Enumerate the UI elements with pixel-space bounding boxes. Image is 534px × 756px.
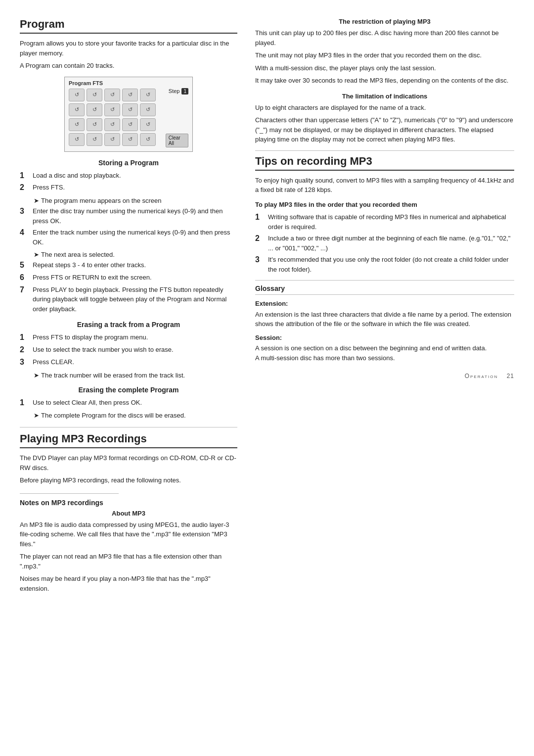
fts-cell: ↺ xyxy=(140,118,156,131)
storing-note-2: ➤ The program menu appears on the screen xyxy=(34,197,237,204)
fts-cell: ↺ xyxy=(69,118,85,131)
section-divider-2 xyxy=(20,493,119,494)
erasing-step-3-text: Press CLEAR. xyxy=(33,357,237,367)
storing-title: Storing a Program xyxy=(20,159,237,167)
tips-step-1: 1 Writing software that is capable of re… xyxy=(255,212,514,232)
storing-step-6-text: Press FTS or RETURN to exit the screen. xyxy=(33,273,237,283)
erasing-step-3: 3 Press CLEAR. xyxy=(20,357,237,368)
erasing-complete-note-text: The complete Program for the discs will … xyxy=(41,412,186,419)
erasing-step-2: 2 Use to select the track number you wis… xyxy=(20,345,237,355)
storing-step-1-text: Load a disc and stop playback. xyxy=(33,171,237,181)
erasing-note-3-text: The track number will be erased from the… xyxy=(41,372,185,379)
playing-intro-1: The DVD Player can play MP3 format recor… xyxy=(20,453,237,472)
playing-title: Playing MP3 Recordings xyxy=(20,432,237,448)
storing-step-3: 3 Enter the disc tray number using the n… xyxy=(20,206,237,226)
storing-step-5: 5 Repeat steps 3 - 4 to enter other trac… xyxy=(20,260,237,271)
fts-controls: Step 1 Clear All xyxy=(166,88,188,147)
fts-cell: ↺ xyxy=(87,89,102,101)
playing-intro-2: Before playing MP3 recordings, read the … xyxy=(20,475,237,485)
erasing-title: Erasing a track from a Program xyxy=(20,321,237,329)
storing-step-6: 6 Press FTS or RETURN to exit the screen… xyxy=(20,273,237,283)
storing-note-4-text: The next area is selected. xyxy=(41,251,115,258)
about-mp3-p2: The player can not read an MP3 file that… xyxy=(20,552,237,571)
limitation-title: The limitation of indications xyxy=(255,93,514,100)
clear-all-button[interactable]: Clear All xyxy=(166,134,188,147)
erasing-complete-step-1: 1 Use to select Clear All, then press OK… xyxy=(20,398,237,408)
storing-step-3-text: Enter the disc tray number using the num… xyxy=(33,206,237,226)
fts-cell: ↺ xyxy=(69,133,85,146)
session-desc: A session is one section on a disc betwe… xyxy=(255,343,514,363)
erasing-step-2-text: Use to select the track number you wish … xyxy=(33,345,237,355)
erasing-note-3: ➤ The track number will be erased from t… xyxy=(34,372,237,379)
tips-step-2-text: Include a two or three digit number at t… xyxy=(268,234,514,253)
notes-title: Notes on MP3 recordings xyxy=(20,499,237,507)
fts-row-4: ↺ ↺ ↺ ↺ ↺ xyxy=(69,133,162,146)
fts-cell: ↺ xyxy=(140,103,156,116)
storing-step-1: 1 Load a disc and stop playback. xyxy=(20,171,237,181)
fts-cell: ↺ xyxy=(104,89,120,101)
erasing-complete-note: ➤ The complete Program for the discs wil… xyxy=(34,412,237,419)
storing-step-2-text: Press FTS. xyxy=(33,183,237,192)
storing-note-4: ➤ The next area is selected. xyxy=(34,251,237,258)
section-divider-1 xyxy=(20,427,237,427)
program-fts-box: Program FTS ↺ ↺ ↺ ↺ ↺ ↺ xyxy=(64,77,193,152)
fts-cell: ↺ xyxy=(122,89,138,101)
fts-row-2: ↺ ↺ ↺ ↺ ↺ xyxy=(69,103,162,117)
fts-cell: ↺ xyxy=(104,103,120,116)
right-divider-2 xyxy=(255,280,514,281)
tips-step-3: 3 It's recommended that you use only the… xyxy=(255,255,514,274)
fts-cell: ↺ xyxy=(140,133,156,146)
erasing-list: 1 Press FTS to display the program menu.… xyxy=(20,332,237,367)
erasing-complete-step-1-text: Use to select Clear All, then press OK. xyxy=(33,398,237,408)
extension-desc: An extension is the last three character… xyxy=(255,310,514,329)
fts-cell: ↺ xyxy=(140,89,156,101)
program-title: Program xyxy=(20,18,237,34)
operation-label: Operation xyxy=(465,373,498,379)
fts-label: Program FTS xyxy=(69,80,188,86)
storing-note-2-text: The program menu appears on the screen xyxy=(41,197,162,204)
glossary-session: Session: A session is one section on a d… xyxy=(255,333,514,363)
fts-row-1: ↺ ↺ ↺ ↺ ↺ xyxy=(69,88,162,102)
program-intro-1: Program allows you to store your favorit… xyxy=(20,39,237,58)
tips-intro: To enjoy high quality sound, convert to … xyxy=(255,176,514,195)
right-divider-1 xyxy=(255,150,514,151)
tips-steps-list: 1 Writing software that is capable of re… xyxy=(255,212,514,274)
storing-step-5-text: Repeat steps 3 - 4 to enter other tracks… xyxy=(33,260,237,270)
fts-cell: ↺ xyxy=(104,133,120,146)
about-mp3-p1: An MP3 file is audio data compressed by … xyxy=(20,520,237,549)
limitation-p1: Up to eight characters are displayed for… xyxy=(255,103,514,113)
fts-cell: ↺ xyxy=(69,103,85,116)
erasing-step-1-text: Press FTS to display the program menu. xyxy=(33,332,237,342)
page-number: 21 xyxy=(507,373,514,379)
glossary-extension: Extension: An extension is the last thre… xyxy=(255,299,514,329)
tips-step-1-text: Writing software that is capable of reco… xyxy=(268,212,514,232)
about-mp3-p3: Noises may be heard if you play a non-MP… xyxy=(20,574,237,593)
restriction-p4: It may take over 30 seconds to read the … xyxy=(255,76,514,86)
program-intro-2: A Program can contain 20 tracks. xyxy=(20,61,237,71)
page-number-area: Operation 21 xyxy=(255,373,514,379)
fts-cell: ↺ xyxy=(87,133,102,146)
limitation-p2: Characters other than uppercase letters … xyxy=(255,115,514,144)
step-badge: 1 xyxy=(181,88,188,94)
extension-term: Extension: xyxy=(255,299,514,309)
storing-step-7-text: Press PLAY to begin playback. Pressing t… xyxy=(33,285,237,314)
step-label: Step xyxy=(169,88,180,94)
storing-list-end: 5 Repeat steps 3 - 4 to enter other trac… xyxy=(20,260,237,314)
storing-step-4-text: Enter the track number using the numeric… xyxy=(33,228,237,247)
restriction-p1: This unit can play up to 200 files per d… xyxy=(255,28,514,47)
fts-cell: ↺ xyxy=(122,103,138,116)
tips-title: Tips on recording MP3 xyxy=(255,155,514,171)
erasing-step-1: 1 Press FTS to display the program menu. xyxy=(20,332,237,343)
restriction-title: The restriction of playing MP3 xyxy=(255,18,514,25)
session-term: Session: xyxy=(255,333,514,343)
tips-subtitle: To play MP3 files in the order that you … xyxy=(255,200,514,210)
restriction-p3: With a multi-session disc, the player pl… xyxy=(255,63,514,73)
tips-step-3-text: It's recommended that you use only the r… xyxy=(268,255,514,274)
tips-step-2: 2 Include a two or three digit number at… xyxy=(255,234,514,253)
glossary-title: Glossary xyxy=(255,284,514,295)
fts-cell: ↺ xyxy=(87,103,102,116)
about-mp3-title: About MP3 xyxy=(20,510,237,517)
fts-cell: ↺ xyxy=(122,133,138,146)
storing-step-7: 7 Press PLAY to begin playback. Pressing… xyxy=(20,285,237,314)
fts-grid: ↺ ↺ ↺ ↺ ↺ ↺ ↺ ↺ ↺ ↺ xyxy=(69,88,162,146)
